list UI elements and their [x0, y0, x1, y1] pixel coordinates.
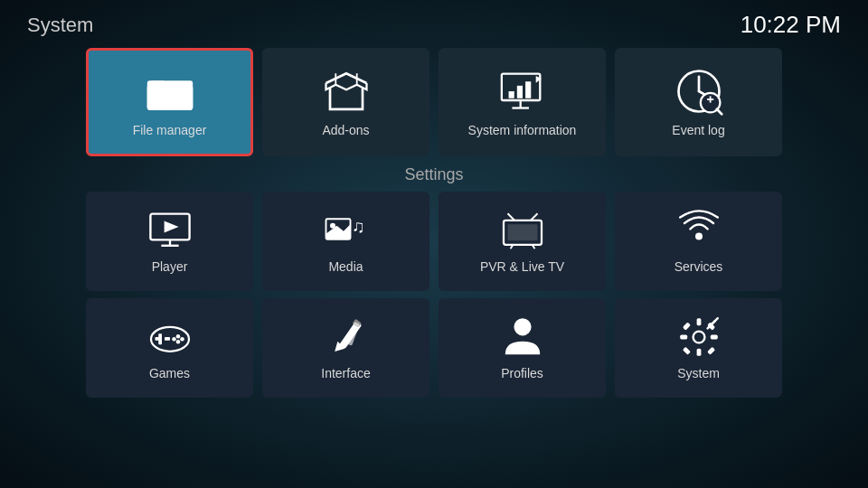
svg-rect-35	[165, 337, 170, 341]
svg-point-40	[172, 337, 176, 342]
tile-system-information[interactable]: System information	[439, 48, 606, 156]
tile-pvr-live-tv-label: PVR & Live TV	[480, 259, 564, 274]
tile-system[interactable]: System	[615, 298, 782, 398]
svg-marker-24	[326, 224, 350, 239]
tile-add-ons[interactable]: Add-ons	[262, 48, 429, 156]
settings-section-label: Settings	[0, 165, 868, 184]
settings-row-2: Games Interface Profiles	[27, 298, 841, 398]
tile-interface[interactable]: Interface	[262, 298, 429, 398]
system-icon	[677, 315, 721, 359]
svg-rect-36	[158, 333, 162, 344]
settings-grid: Player ♫ Media	[0, 192, 868, 398]
svg-rect-49	[680, 335, 687, 340]
pvr-live-tv-icon	[501, 209, 544, 252]
system-information-icon	[498, 67, 547, 116]
svg-point-37	[175, 334, 180, 339]
tile-event-log[interactable]: Event log	[615, 48, 782, 156]
top-tiles-row: File manager Add-ons	[0, 48, 868, 156]
svg-point-46	[693, 332, 704, 343]
tile-pvr-live-tv[interactable]: PVR & Live TV	[439, 192, 606, 291]
svg-rect-5	[508, 91, 514, 99]
svg-text:♫: ♫	[352, 216, 365, 236]
tile-services[interactable]: Services	[615, 192, 782, 291]
page-title: System	[27, 14, 93, 37]
settings-row-1: Player ♫ Media	[27, 192, 841, 291]
svg-rect-47	[696, 318, 701, 325]
svg-marker-19	[164, 221, 178, 233]
tile-file-manager[interactable]: File manager	[86, 48, 253, 156]
file-manager-icon	[146, 67, 194, 116]
svg-rect-50	[710, 335, 717, 340]
tile-system-information-label: System information	[468, 123, 577, 137]
event-log-icon	[675, 67, 723, 116]
tile-services-label: Services	[675, 259, 723, 274]
svg-rect-6	[516, 86, 522, 99]
player-icon	[148, 209, 192, 252]
tile-games[interactable]: Games	[86, 298, 253, 398]
svg-point-38	[180, 337, 184, 342]
svg-rect-54	[707, 347, 715, 355]
clock: 10:22 PM	[741, 11, 841, 39]
svg-point-39	[175, 340, 180, 344]
interface-icon	[325, 315, 368, 359]
svg-line-56	[710, 318, 717, 325]
tile-add-ons-label: Add-ons	[322, 123, 369, 137]
tile-player[interactable]: Player	[86, 192, 253, 291]
games-icon	[148, 315, 192, 359]
svg-rect-51	[682, 322, 690, 330]
tile-games-label: Games	[149, 366, 190, 380]
media-icon: ♫	[325, 209, 368, 252]
tile-profiles[interactable]: Profiles	[439, 298, 606, 398]
add-ons-icon	[322, 67, 371, 116]
profiles-icon	[501, 315, 544, 359]
header: System 10:22 PM	[0, 0, 868, 46]
svg-line-15	[716, 109, 721, 114]
tile-media[interactable]: ♫ Media	[262, 192, 429, 291]
svg-point-45	[514, 318, 531, 335]
svg-rect-53	[682, 347, 690, 355]
svg-rect-7	[525, 81, 531, 99]
svg-point-32	[695, 232, 703, 239]
tile-event-log-label: Event log	[672, 123, 724, 137]
svg-rect-48	[696, 349, 701, 356]
tile-file-manager-label: File manager	[133, 123, 207, 137]
services-icon	[677, 209, 721, 252]
tile-media-label: Media	[328, 259, 363, 274]
svg-rect-29	[507, 224, 537, 240]
tile-profiles-label: Profiles	[501, 366, 543, 380]
tile-player-label: Player	[152, 259, 188, 274]
tile-system-label: System	[677, 366, 720, 380]
tile-interface-label: Interface	[321, 366, 370, 380]
